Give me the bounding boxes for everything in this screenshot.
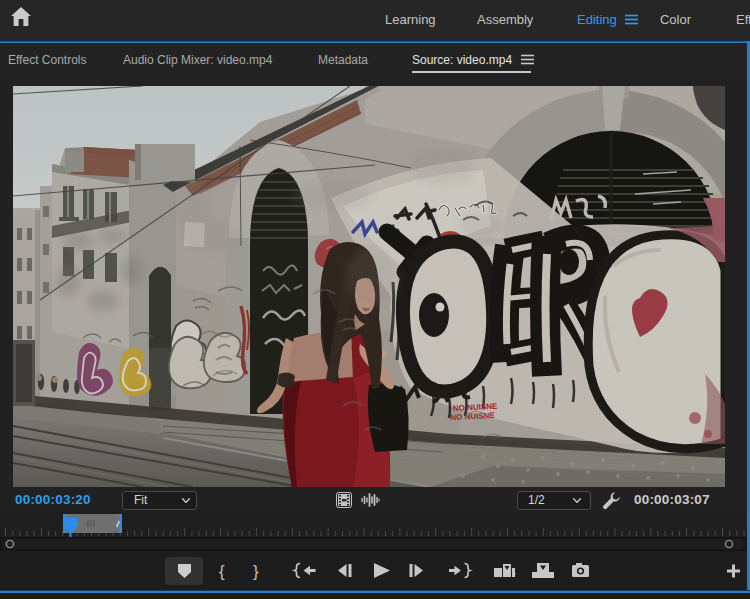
svg-text:{: {: [219, 562, 225, 581]
svg-text:}: }: [253, 562, 259, 581]
